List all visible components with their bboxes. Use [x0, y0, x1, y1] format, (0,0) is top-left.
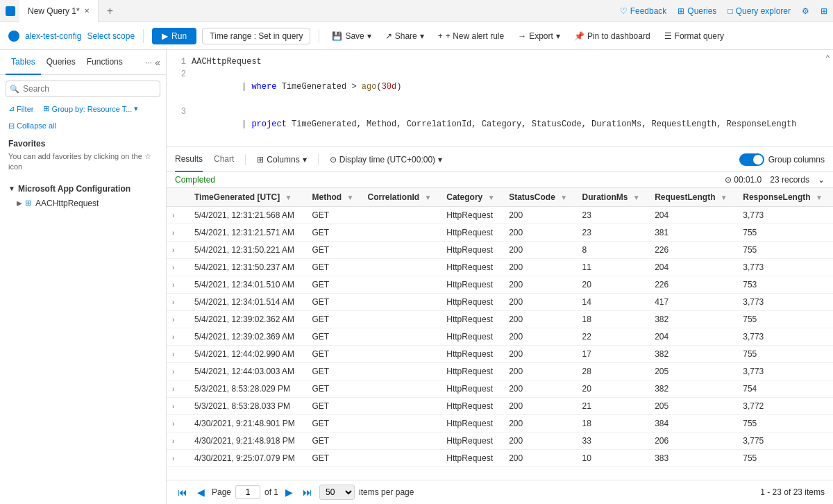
- col-header-category[interactable]: Category ▼: [441, 188, 503, 207]
- table-cell: 23: [577, 207, 650, 224]
- layout-icon[interactable]: ⊞: [821, 6, 827, 16]
- row-expand-btn[interactable]: ›: [172, 351, 174, 358]
- columns-btn[interactable]: ⊞ Columns ▾: [257, 155, 306, 165]
- row-expand-btn[interactable]: ›: [172, 368, 174, 376]
- feedback-btn[interactable]: ♡ Feedback: [620, 6, 667, 16]
- pin-dashboard-btn[interactable]: 📌 Pin to dashboard: [570, 28, 655, 44]
- run-button[interactable]: ▶ Run: [152, 28, 196, 44]
- row-expand-btn[interactable]: ›: [172, 212, 174, 219]
- row-expand-btn[interactable]: ›: [172, 455, 174, 462]
- col-header-statuscode[interactable]: StatusCode ▼: [503, 188, 576, 207]
- results-tab-chart[interactable]: Chart: [214, 147, 234, 172]
- settings-icon[interactable]: ⚙: [802, 6, 809, 16]
- columns-label: Columns: [267, 155, 299, 165]
- format-query-btn[interactable]: ☰ Format query: [660, 28, 728, 44]
- results-tab-results[interactable]: Results: [175, 147, 203, 172]
- filter-btn[interactable]: ⊿ Filter: [6, 103, 36, 115]
- items-per-page-select[interactable]: 50 100 200: [319, 485, 355, 500]
- tree-section-header[interactable]: ▼ Microsoft App Configuration: [0, 181, 166, 196]
- prev-page-btn[interactable]: ◀: [194, 487, 208, 498]
- tab-close-btn[interactable]: ✕: [84, 7, 90, 15]
- correlationid-filter-icon[interactable]: ▼: [425, 194, 432, 201]
- editor-collapse-btn[interactable]: ⌃: [825, 53, 830, 65]
- durationms-filter-icon[interactable]: ▼: [633, 194, 640, 201]
- display-time-btn[interactable]: ⊙ Display time (UTC+00:00) ▾: [330, 155, 442, 165]
- col-header-responselength[interactable]: ResponseLength ▼: [737, 188, 833, 207]
- filter-icon: ⊿: [8, 104, 15, 113]
- last-page-btn[interactable]: ⏭: [300, 487, 315, 498]
- table-cell: 200: [503, 398, 576, 415]
- row-expand-btn[interactable]: ›: [172, 403, 174, 410]
- col-header-correlationid[interactable]: CorrelationId ▼: [362, 188, 441, 207]
- row-expand-btn[interactable]: ›: [172, 299, 174, 306]
- row-expand-btn[interactable]: ›: [172, 281, 174, 289]
- expand-results-btn[interactable]: ⌄: [818, 175, 825, 185]
- table-cell: 3,772: [737, 398, 833, 415]
- table-cell: 22: [577, 328, 650, 346]
- row-expand-btn[interactable]: ›: [172, 437, 174, 445]
- columns-icon: ⊞: [257, 155, 264, 165]
- time-range-btn[interactable]: Time range : Set in query: [202, 28, 310, 44]
- timegen-filter-icon[interactable]: ▼: [285, 194, 292, 201]
- table-cell: [362, 242, 441, 259]
- table-cell: 3,775: [737, 432, 833, 450]
- table-row: ›5/4/2021, 12:31:50.237 AMGETHttpRequest…: [167, 259, 833, 276]
- table-cell: 4/30/2021, 9:21:48.918 PM: [189, 432, 307, 450]
- row-expand-btn[interactable]: ›: [172, 246, 174, 254]
- new-alert-btn[interactable]: + + New alert rule: [434, 28, 508, 44]
- requestlength-filter-icon[interactable]: ▼: [721, 194, 727, 201]
- tree-item-aachttprequest[interactable]: ▶ ⊞ AACHttpRequest: [0, 196, 166, 210]
- table-cell: HttpRequest: [441, 380, 503, 398]
- statuscode-filter-icon[interactable]: ▼: [560, 194, 567, 201]
- group-columns-toggle-switch[interactable]: [739, 153, 764, 166]
- method-filter-icon[interactable]: ▼: [347, 194, 354, 201]
- sidebar-tab-functions[interactable]: Functions: [81, 50, 128, 75]
- select-scope-btn[interactable]: Select scope: [87, 31, 135, 41]
- sidebar-tab-queries[interactable]: Queries: [41, 50, 81, 75]
- query-explorer-btn[interactable]: □ Query explorer: [727, 6, 791, 16]
- config-label[interactable]: alex-test-config: [25, 31, 81, 41]
- line-content-3: | project TimeGenerated, Method, Correla…: [192, 106, 796, 143]
- table-cell: 200: [503, 363, 576, 380]
- save-btn[interactable]: 💾 Save ▾: [328, 28, 375, 44]
- table-cell: 200: [503, 224, 576, 242]
- col-header-requestlength[interactable]: RequestLength ▼: [649, 188, 737, 207]
- table-cell: HttpRequest: [441, 328, 503, 346]
- table-cell: 204: [649, 207, 737, 224]
- pagination-range: 1 - 23 of 23 items: [760, 487, 825, 497]
- row-expand-btn[interactable]: ›: [172, 420, 174, 428]
- group-by-label: Group by: Resource T...: [51, 105, 132, 113]
- queries-btn[interactable]: ⊞ Queries: [678, 6, 716, 16]
- collapse-all-btn[interactable]: ⊟ Collapse all: [0, 119, 166, 133]
- row-expand-btn[interactable]: ›: [172, 316, 174, 324]
- table-cell: 205: [649, 398, 737, 415]
- table-header-row: TimeGenerated [UTC] ▼ Method ▼ Correlati…: [167, 188, 833, 207]
- sidebar-tab-tables[interactable]: Tables: [6, 50, 41, 75]
- row-expand-btn[interactable]: ›: [172, 385, 174, 393]
- group-by-btn[interactable]: ⊞ Group by: Resource T... ▾: [40, 103, 141, 115]
- row-expand-btn[interactable]: ›: [172, 333, 174, 341]
- row-expand-btn[interactable]: ›: [172, 229, 174, 237]
- next-page-btn[interactable]: ▶: [283, 487, 296, 498]
- export-btn[interactable]: → Export ▾: [514, 28, 564, 44]
- row-expand-btn[interactable]: ›: [172, 264, 174, 271]
- title-bar-actions: ♡ Feedback ⊞ Queries □ Query explorer ⚙ …: [620, 6, 827, 16]
- active-tab[interactable]: New Query 1* ✕: [19, 0, 99, 22]
- table-cell: 200: [503, 432, 576, 450]
- table-cell: 3,773: [737, 363, 833, 380]
- page-input[interactable]: [235, 485, 260, 499]
- col-header-timegen[interactable]: TimeGenerated [UTC] ▼: [189, 188, 307, 207]
- editor-area[interactable]: 1 AACHttpRequest 2 | where TimeGenerated…: [167, 50, 833, 147]
- table-cell: GET: [307, 294, 362, 311]
- col-header-method[interactable]: Method ▼: [307, 188, 362, 207]
- category-filter-icon[interactable]: ▼: [488, 194, 495, 201]
- first-page-btn[interactable]: ⏮: [175, 487, 190, 498]
- search-input[interactable]: [6, 81, 160, 97]
- table-cell: [362, 415, 441, 432]
- col-header-durationms[interactable]: DurationMs ▼: [577, 188, 650, 207]
- sidebar-more-btn[interactable]: ···: [145, 58, 152, 67]
- new-tab-btn[interactable]: +: [103, 5, 117, 17]
- share-btn[interactable]: ↗ Share ▾: [381, 28, 428, 44]
- sidebar-collapse-btn[interactable]: «: [155, 57, 160, 68]
- responselength-filter-icon[interactable]: ▼: [816, 194, 823, 201]
